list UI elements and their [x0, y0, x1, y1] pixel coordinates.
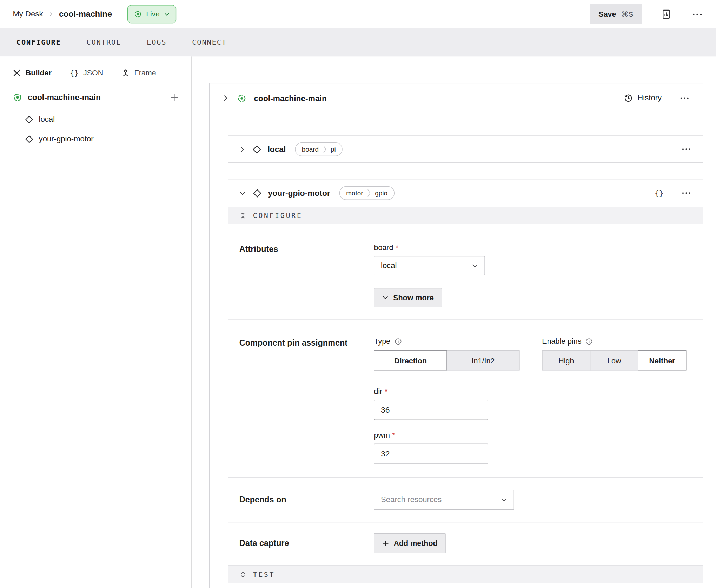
live-broadcast-icon — [134, 10, 142, 18]
tag-pi: pi — [327, 146, 342, 153]
motor-json-view-button[interactable]: {} — [655, 189, 663, 198]
tag-board: board — [296, 146, 323, 153]
motor-card-tail — [228, 583, 703, 588]
tree-root-machine[interactable]: cool-machine-main — [13, 93, 178, 102]
machine-broadcast-icon — [13, 93, 22, 102]
tag-separator-chevron-icon — [367, 188, 371, 198]
machine-card-body: local board pi — [209, 113, 703, 588]
dir-field: dir * — [374, 387, 520, 420]
machine-card-menu-button[interactable] — [678, 95, 691, 101]
enable-option-low[interactable]: Low — [590, 350, 638, 370]
tag-motor: motor — [340, 189, 367, 197]
tree-item-local[interactable]: local — [25, 109, 179, 129]
tag-separator-chevron-icon — [322, 144, 327, 154]
plus-icon — [382, 540, 389, 547]
tree-item-local-label: local — [39, 115, 55, 124]
motor-card-menu-button[interactable] — [680, 190, 692, 196]
chevron-down-icon — [472, 262, 478, 269]
tag-gpio: gpio — [371, 189, 394, 197]
show-more-button[interactable]: Show more — [374, 288, 442, 307]
enable-option-high[interactable]: High — [542, 350, 590, 370]
top-bar: My Desk cool-machine Live Save ⌘S — [0, 0, 716, 28]
tree-item-your-gpio-motor[interactable]: your-gpio-motor — [25, 129, 179, 149]
save-button[interactable]: Save ⌘S — [590, 4, 642, 24]
dir-input[interactable] — [374, 400, 488, 420]
show-more-label: Show more — [393, 293, 434, 302]
type-option-direction[interactable]: Direction — [374, 350, 447, 370]
collapse-motor-chevron-down-icon[interactable] — [238, 189, 246, 197]
add-method-label: Add method — [393, 539, 437, 548]
required-marker: * — [392, 431, 395, 440]
configure-sidebar: Builder {} JSON Frame — [0, 56, 192, 588]
machine-card-title: cool-machine-main — [254, 93, 326, 103]
save-button-label: Save — [598, 10, 616, 19]
history-button[interactable]: History — [624, 94, 662, 103]
data-capture-heading: Data capture — [239, 537, 374, 553]
type-group: Type Direction In1/In2 — [374, 337, 520, 464]
type-segmented-control: Direction In1/In2 — [374, 350, 520, 370]
view-tab-json[interactable]: {} JSON — [70, 68, 103, 77]
motor-type-tags: motor gpio — [339, 186, 395, 200]
enable-pins-segmented-control: High Low Neither — [542, 350, 686, 370]
app-window: My Desk cool-machine Live Save ⌘S — [0, 0, 716, 588]
machine-broadcast-icon — [237, 93, 246, 103]
pin-assignment-heading: Component pin assignment — [239, 337, 374, 464]
type-info-icon[interactable] — [395, 338, 402, 345]
tab-logs[interactable]: LOGS — [134, 28, 179, 57]
board-field-label: board * — [374, 243, 692, 252]
data-capture-row: Data capture Add method — [228, 523, 703, 565]
live-status-dropdown[interactable]: Live — [127, 5, 176, 23]
motor-card-title: your-gpio-motor — [268, 188, 330, 198]
depends-on-select[interactable]: Search resources — [374, 490, 514, 510]
save-shortcut-hint: ⌘S — [621, 10, 634, 19]
component-diamond-icon — [253, 189, 262, 198]
expand-machine-chevron-right-icon[interactable] — [221, 94, 230, 102]
ellipsis-icon — [682, 192, 691, 194]
enable-pins-info-icon[interactable] — [585, 338, 593, 345]
frame-axis-icon — [121, 69, 130, 77]
json-braces-icon: {} — [70, 68, 79, 77]
board-select[interactable]: local — [374, 256, 485, 275]
component-diamond-icon — [252, 145, 261, 154]
view-switcher: Builder {} JSON Frame — [0, 56, 191, 86]
plus-icon — [170, 93, 179, 102]
breadcrumb-root-link[interactable]: My Desk — [13, 9, 43, 19]
view-tab-json-label: JSON — [83, 68, 103, 77]
configure-section-header[interactable]: CONFIGURE — [228, 207, 703, 224]
gpio-motor-card: your-gpio-motor motor gpio {} — [228, 179, 703, 588]
configure-section-label: CONFIGURE — [253, 211, 303, 219]
enable-pins-label: Enable pins — [542, 337, 581, 346]
motor-card-header: your-gpio-motor motor gpio {} — [228, 179, 703, 207]
tree-children: local your-gpio-motor — [13, 109, 178, 149]
local-type-tags: board pi — [295, 142, 343, 156]
view-tab-builder[interactable]: Builder — [13, 68, 51, 77]
add-method-button[interactable]: Add method — [374, 533, 446, 553]
history-clock-icon — [624, 94, 633, 103]
component-diamond-icon — [25, 115, 33, 123]
type-option-in1in2[interactable]: In1/In2 — [446, 350, 519, 370]
pwm-input[interactable] — [374, 444, 488, 464]
pwm-field: pwm * — [374, 431, 520, 464]
collapse-section-icon — [239, 212, 247, 219]
builder-main-panel: cool-machine-main History — [192, 56, 716, 588]
ellipsis-icon — [680, 97, 689, 100]
dir-label: dir — [374, 387, 383, 396]
tab-control[interactable]: CONTROL — [74, 28, 134, 57]
attributes-heading: Attributes — [239, 243, 374, 307]
local-card-menu-button[interactable] — [680, 146, 692, 152]
required-marker: * — [396, 243, 398, 252]
tab-configure[interactable]: CONFIGURE — [4, 28, 74, 57]
expand-local-chevron-right-icon[interactable] — [238, 145, 246, 153]
machine-report-button[interactable] — [659, 7, 673, 21]
depends-on-row: Depends on Search resources — [228, 477, 703, 523]
add-resource-button[interactable] — [170, 93, 179, 102]
component-diamond-icon — [25, 135, 33, 143]
required-marker: * — [385, 387, 387, 396]
test-section-header[interactable]: TEST — [228, 565, 703, 583]
attributes-row: Attributes board * local — [228, 224, 703, 319]
view-tab-frame[interactable]: Frame — [121, 68, 156, 77]
tab-connect[interactable]: CONNECT — [179, 28, 240, 57]
topbar-overflow-menu-button[interactable] — [690, 11, 704, 18]
breadcrumb-separator-icon — [48, 12, 53, 16]
enable-option-neither[interactable]: Neither — [638, 350, 687, 370]
